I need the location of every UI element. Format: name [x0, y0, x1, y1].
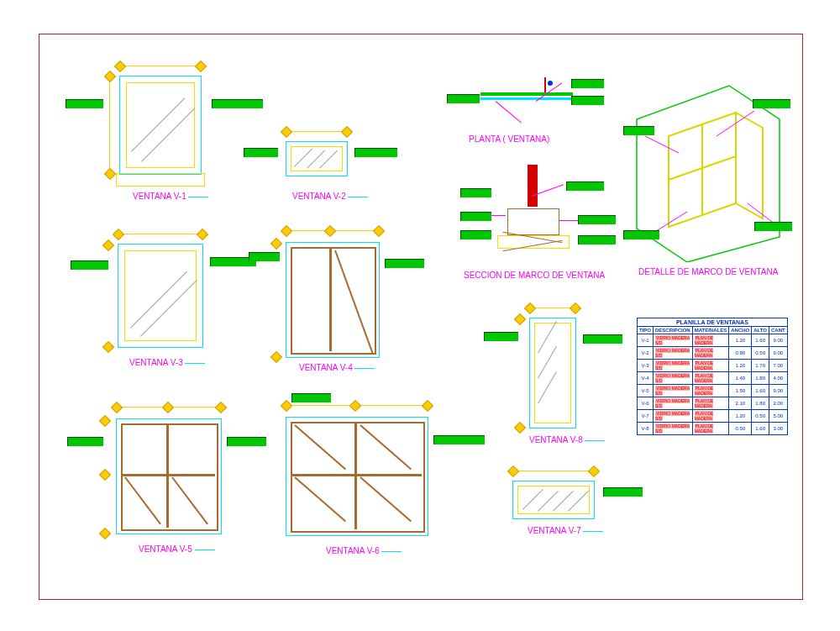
v4-mullion [329, 249, 332, 351]
table-cell: 2.00 [769, 397, 788, 410]
table-row: V-8VIDRIO MADERA S/DPLAN DE MADERA0.501.… [638, 423, 788, 435]
table-cell: PLAN DE MADERA [692, 334, 729, 347]
label [385, 259, 424, 268]
title-detalle: DETALLE DE MARCO DE VENTANA [638, 267, 778, 276]
title-v7: VENTANA V-7 [528, 526, 581, 535]
table-cell: V-6 [638, 397, 654, 410]
table-cell: 1.20 [729, 410, 752, 423]
underline [348, 197, 368, 197]
marco [507, 208, 559, 235]
v7-dim-h [512, 471, 593, 471]
table-cell: 9.00 [769, 385, 788, 397]
seccion-detail [460, 165, 603, 274]
table-cell: VIDRIO MADERA S/D [654, 347, 693, 360]
table-cell: PLAN DE MADERA [692, 347, 729, 360]
table-header-row: TIPODESCRIPCIONMATERIALESANCHOALTOCANT [638, 327, 788, 334]
table-cell: VIDRIO MADERA S/D [654, 385, 693, 397]
table-cell: 2.10 [729, 397, 752, 410]
iso-detail [628, 77, 790, 262]
red [544, 77, 546, 92]
underline [354, 368, 375, 369]
v5-vmull [166, 425, 169, 528]
table-cell: 1.50 [729, 385, 752, 397]
title-v6: VENTANA V-6 [326, 546, 380, 555]
planilla-table: PLANILLA DE VENTANAS TIPODESCRIPCIONMATE… [637, 318, 788, 435]
table-cell: V-2 [638, 347, 654, 360]
label [67, 437, 103, 446]
label [460, 212, 491, 221]
svg-line-5 [645, 136, 679, 153]
v1-dim-h [119, 66, 200, 66]
label [571, 96, 604, 105]
table-row: V-7VIDRIO MADERA S/DPLAN DE MADERA1.200.… [638, 410, 788, 423]
table-cell: 7.00 [769, 360, 788, 372]
table-cell: PLAN DE MADERA [692, 410, 729, 423]
table-cell: 1.80 [752, 372, 769, 385]
underline [381, 551, 402, 552]
v2-dim-h [286, 131, 346, 132]
table-cell: 1.80 [752, 397, 769, 410]
svg-marker-4 [736, 113, 763, 218]
table-cell: PLAN DE MADERA [692, 397, 729, 410]
table-cell: VIDRIO MADERA S/D [654, 423, 693, 435]
title-v3: VENTANA V-3 [129, 358, 183, 367]
v1-inner [126, 82, 195, 168]
planta-detail [445, 77, 588, 136]
label [753, 99, 790, 108]
table-cell: VIDRIO MADERA S/D [654, 334, 693, 347]
table-cell: 1.60 [752, 334, 769, 347]
title-v8: VENTANA V-8 [529, 435, 583, 444]
table-row: V-6VIDRIO MADERA S/DPLAN DE MADERA2.101.… [638, 397, 788, 410]
underline [195, 549, 215, 550]
label [433, 435, 485, 444]
label [66, 99, 103, 108]
table-cell: 4.00 [769, 372, 788, 385]
v4-frame [291, 247, 376, 355]
label [227, 437, 266, 446]
title-v4: VENTANA V-4 [299, 363, 353, 372]
underline [185, 363, 205, 364]
table-cell: V-1 [638, 334, 654, 347]
table-cell: V-4 [638, 372, 654, 385]
label [484, 332, 518, 341]
underline [583, 531, 603, 532]
v3-dim-h [118, 234, 202, 234]
label [447, 94, 480, 103]
table-cell: 0.50 [752, 347, 769, 360]
table-cell: PLAN DE MADERA [692, 385, 729, 397]
v5-frame [121, 423, 218, 531]
v5-hmull [123, 474, 215, 476]
table-title: PLANILLA DE VENTANAS [638, 318, 788, 327]
table-row: V-2VIDRIO MADERA S/DPLAN DE MADERA0.800.… [638, 347, 788, 360]
table-cell: V-3 [638, 360, 654, 372]
title-v2: VENTANA V-2 [292, 192, 346, 201]
table-row: V-3VIDRIO MADERA S/DPLAN DE MADERA1.201.… [638, 360, 788, 372]
table-cell: 9.00 [769, 347, 788, 360]
table-cell: V-8 [638, 423, 654, 435]
label [566, 181, 604, 191]
table-cell: VIDRIO MADERA S/D [654, 372, 693, 385]
table-cell: VIDRIO MADERA S/D [654, 410, 693, 423]
table-cell: 0.50 [752, 410, 769, 423]
table-cell: V-5 [638, 385, 654, 397]
table-cell: 5.00 [769, 410, 788, 423]
table-row: V-5VIDRIO MADERA S/DPLAN DE MADERA1.501.… [638, 385, 788, 397]
label [244, 148, 278, 157]
v1-dim-v [109, 76, 110, 173]
label [212, 99, 263, 108]
title-v1: VENTANA V-1 [133, 192, 186, 201]
label [354, 148, 397, 157]
table-cell: 3.00 [769, 423, 788, 435]
label [460, 230, 491, 239]
label [623, 126, 654, 135]
title-v5: VENTANA V-5 [139, 544, 192, 554]
label [603, 487, 643, 497]
table-cell: 0.50 [729, 423, 752, 435]
v6-vmull [354, 423, 357, 529]
underline [188, 197, 208, 197]
table-cell: V-7 [638, 410, 654, 423]
v1-sill [116, 173, 205, 187]
label [291, 393, 331, 402]
label [754, 222, 792, 231]
table-cell: 1.70 [752, 360, 769, 372]
